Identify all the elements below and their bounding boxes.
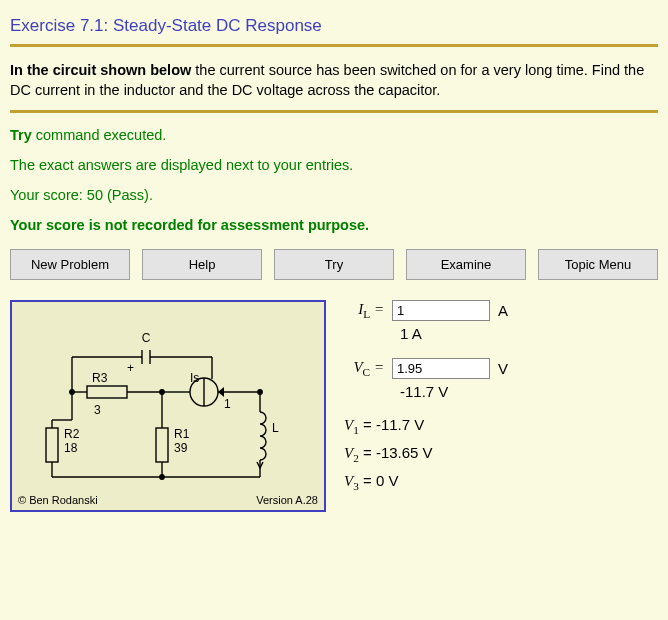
- svg-rect-20: [46, 428, 58, 462]
- vc-input[interactable]: [392, 358, 490, 379]
- vc-unit: V: [498, 360, 514, 377]
- feedback-try-rest: command executed.: [32, 127, 167, 143]
- v1-row: V1 = -11.7 V: [344, 416, 514, 436]
- feedback-try-word: Try: [10, 127, 32, 143]
- label-R1: R1: [174, 427, 190, 441]
- il-unit: A: [498, 302, 514, 319]
- label-R2-val: 18: [64, 441, 78, 455]
- label-L: L: [272, 421, 279, 435]
- il-correct: 1 A: [400, 325, 514, 342]
- feedback-notrecorded: Your score is not recorded for assessmen…: [10, 217, 658, 233]
- problem-statement: In the circuit shown below the current s…: [10, 61, 658, 100]
- label-R2: R2: [64, 427, 80, 441]
- version-text: Version A.28: [256, 494, 318, 506]
- divider-mid: [10, 110, 658, 113]
- circuit-diagram: C + R3 3 Is 1 R2 18 R1 39 L © Ben Rodans…: [10, 300, 326, 512]
- try-button[interactable]: Try: [274, 249, 394, 280]
- help-button[interactable]: Help: [142, 249, 262, 280]
- label-R3: R3: [92, 371, 108, 385]
- vc-correct: -11.7 V: [400, 383, 514, 400]
- examine-button[interactable]: Examine: [406, 249, 526, 280]
- svg-rect-23: [156, 428, 168, 462]
- svg-point-26: [160, 475, 164, 479]
- label-R3-val: 3: [94, 403, 101, 417]
- label-R1-val: 39: [174, 441, 188, 455]
- problem-lead: In the circuit shown below: [10, 62, 191, 78]
- v3-row: V3 = 0 V: [344, 472, 514, 492]
- feedback-score: Your score: 50 (Pass).: [10, 187, 658, 203]
- answers-panel: IL = A 1 A VC = V -11.7 V V1 = -11.7 V V…: [344, 300, 514, 500]
- label-plus: +: [127, 361, 134, 375]
- new-problem-button[interactable]: New Problem: [10, 249, 130, 280]
- v2-row: V2 = -13.65 V: [344, 444, 514, 464]
- feedback-exact: The exact answers are displayed next to …: [10, 157, 658, 173]
- il-input[interactable]: [392, 300, 490, 321]
- topic-menu-button[interactable]: Topic Menu: [538, 249, 658, 280]
- copyright-text: © Ben Rodanski: [18, 494, 98, 506]
- button-row: New Problem Help Try Examine Topic Menu: [10, 249, 658, 280]
- label-Is: Is: [190, 371, 199, 385]
- exercise-title: Exercise 7.1: Steady-State DC Response: [10, 16, 658, 36]
- label-Is-val: 1: [224, 397, 231, 411]
- svg-rect-7: [87, 386, 127, 398]
- feedback-block: Try command executed. The exact answers …: [10, 127, 658, 233]
- label-C: C: [142, 331, 151, 345]
- divider-top: [10, 44, 658, 47]
